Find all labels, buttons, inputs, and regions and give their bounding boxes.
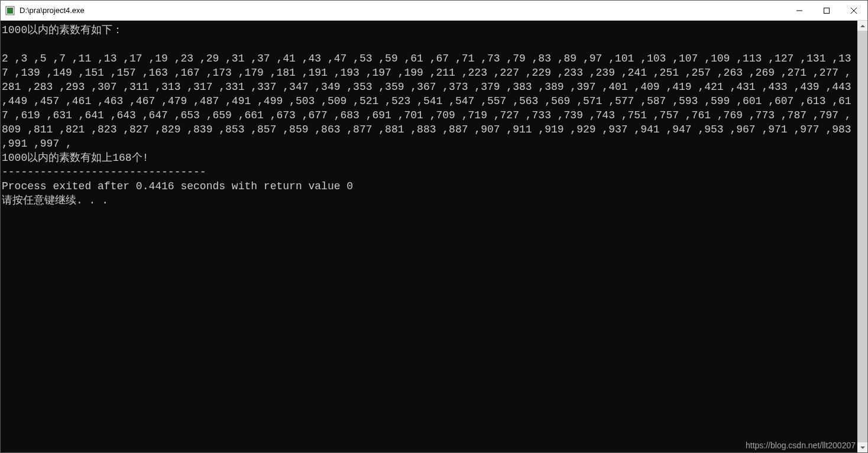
- scroll-track[interactable]: [857, 31, 867, 442]
- app-icon: [5, 6, 15, 15]
- app-window: D:\pra\project4.exe 1000以内的素数有如下： 2 ,3 ,…: [0, 0, 868, 453]
- output-footer: 1000以内的素数有如上168个!: [2, 152, 148, 164]
- output-exit-msg: Process exited after 0.4416 seconds with…: [2, 180, 353, 192]
- scroll-thumb[interactable]: [857, 31, 867, 442]
- svg-rect-1: [7, 8, 13, 14]
- output-primes: 2 ,3 ,5 ,7 ,11 ,13 ,17 ,19 ,23 ,29 ,31 ,…: [2, 53, 857, 150]
- svg-marker-6: [860, 25, 865, 27]
- output-header: 1000以内的素数有如下：: [2, 24, 123, 36]
- svg-rect-3: [824, 8, 830, 13]
- maximize-button[interactable]: [813, 1, 840, 20]
- titlebar[interactable]: D:\pra\project4.exe: [1, 1, 867, 21]
- svg-marker-7: [860, 446, 865, 449]
- scroll-down-button[interactable]: [857, 442, 867, 452]
- console-area: 1000以内的素数有如下： 2 ,3 ,5 ,7 ,11 ,13 ,17 ,19…: [1, 21, 867, 452]
- output-separator: --------------------------------: [2, 166, 206, 178]
- window-title: D:\pra\project4.exe: [20, 6, 85, 15]
- minimize-button[interactable]: [786, 1, 813, 20]
- console-output[interactable]: 1000以内的素数有如下： 2 ,3 ,5 ,7 ,11 ,13 ,17 ,19…: [1, 21, 857, 452]
- window-controls: [786, 1, 867, 20]
- close-button[interactable]: [840, 1, 867, 20]
- output-prompt: 请按任意键继续. . .: [2, 195, 108, 206]
- scroll-up-button[interactable]: [857, 21, 867, 31]
- titlebar-left: D:\pra\project4.exe: [1, 6, 85, 15]
- vertical-scrollbar[interactable]: [857, 21, 867, 452]
